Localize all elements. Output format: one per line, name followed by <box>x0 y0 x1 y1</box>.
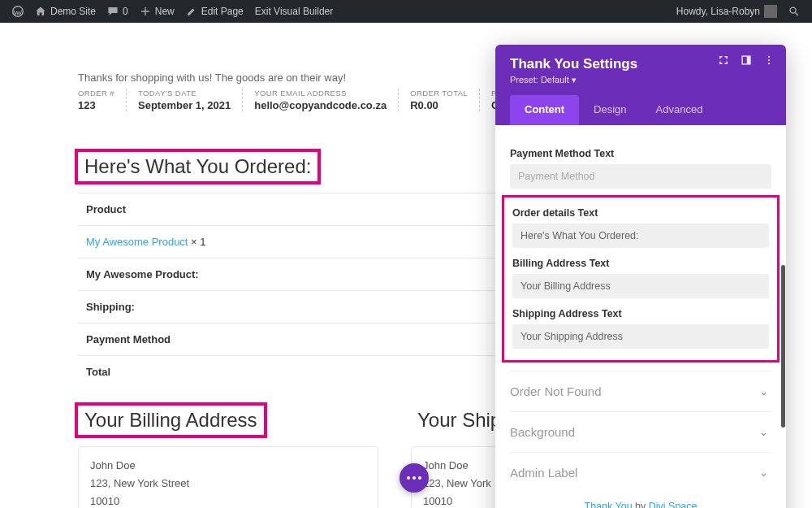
site-menu[interactable]: Demo Site <box>29 0 102 23</box>
addr-line: 123, New York Street <box>90 475 366 493</box>
svg-point-7 <box>768 63 770 64</box>
kebab-icon[interactable] <box>763 54 775 66</box>
product-link[interactable]: My Awesome Product <box>86 236 188 248</box>
meta-value: 123 <box>78 99 114 111</box>
order-details-title: Here's What You Ordered: <box>78 152 317 181</box>
avatar <box>764 5 777 18</box>
edit-page-label: Edit Page <box>201 6 244 17</box>
chevron-down-icon: ⌄ <box>755 385 771 397</box>
meta-value: hello@copyandcode.co.za <box>254 99 387 111</box>
expand-icon[interactable] <box>718 54 729 66</box>
builder-fab[interactable] <box>400 463 429 493</box>
exit-vb-link[interactable]: Exit Visual Builder <box>249 0 339 23</box>
product-qty: × 1 <box>188 236 205 248</box>
credit-author-link[interactable]: Divi Space <box>649 501 698 508</box>
site-name: Demo Site <box>50 6 96 17</box>
howdy-menu[interactable]: Howdy, Lisa-Robyn <box>671 0 783 23</box>
accordion-background[interactable]: Background⌄ <box>510 411 771 452</box>
panel-credit: Thank You by Divi Space <box>510 493 771 508</box>
snap-icon[interactable] <box>741 54 752 66</box>
field-label: Payment Method Text <box>510 148 771 159</box>
panel-preset[interactable]: Preset: Default ▾ <box>510 75 771 85</box>
highlighted-fields: Order details Text Billing Address Text … <box>502 195 780 363</box>
billing-title: Your Billing Address <box>78 406 264 435</box>
howdy-label: Howdy, Lisa-Robyn <box>676 6 760 17</box>
accordion-label: Background <box>510 425 575 439</box>
credit-by: by <box>633 501 649 508</box>
payment-method-text-input[interactable] <box>510 164 771 189</box>
comments-menu[interactable]: 0 <box>102 0 134 23</box>
comments-count: 0 <box>123 6 128 17</box>
wp-admin-bar: Demo Site 0 New Edit Page Exit Visual Bu… <box>0 0 812 23</box>
order-details-text-input[interactable] <box>512 224 769 248</box>
meta-label: YOUR EMAIL ADDRESS <box>254 89 387 98</box>
panel-tabs: Content Design Advanced <box>510 95 771 125</box>
credit-module-link[interactable]: Thank You <box>585 501 633 508</box>
svg-point-1 <box>790 7 796 13</box>
meta-value: R0.00 <box>410 99 468 111</box>
tab-content[interactable]: Content <box>510 95 579 125</box>
billing-address-box: John Doe 123, New York Street 10010 USA … <box>78 446 378 508</box>
exit-vb-label: Exit Visual Builder <box>255 6 334 17</box>
field-label: Order details Text <box>512 207 769 219</box>
meta-label: TODAY'S DATE <box>138 89 231 98</box>
addr-line: John Doe <box>90 457 366 475</box>
field-label: Shipping Address Text <box>512 308 769 319</box>
addr-line: 10010 <box>90 493 366 508</box>
accordion-label: Admin Label <box>510 466 577 480</box>
billing-address-text-input[interactable] <box>512 274 769 298</box>
svg-rect-4 <box>747 56 750 64</box>
tab-advanced[interactable]: Advanced <box>641 95 718 125</box>
svg-point-6 <box>768 59 770 61</box>
svg-point-5 <box>768 56 770 58</box>
settings-panel: Thank You Settings Preset: Default ▾ Con… <box>495 45 786 508</box>
panel-body: Payment Method Text Order details Text B… <box>495 125 786 508</box>
field-label: Billing Address Text <box>512 258 769 269</box>
edit-page-link[interactable]: Edit Page <box>180 0 249 23</box>
meta-value: September 1, 2021 <box>138 99 231 111</box>
meta-label: ORDER # <box>78 89 114 98</box>
panel-header[interactable]: Thank You Settings Preset: Default ▾ Con… <box>495 45 786 125</box>
accordion-admin-label[interactable]: Admin Label⌄ <box>510 452 771 493</box>
search-toggle[interactable] <box>783 0 806 23</box>
accordion-order-not-found[interactable]: Order Not Found⌄ <box>510 371 771 411</box>
chevron-down-icon: ⌄ <box>755 426 771 438</box>
shipping-address-text-input[interactable] <box>512 324 769 349</box>
scrollbar-thumb[interactable] <box>781 265 785 428</box>
new-menu[interactable]: New <box>134 0 180 23</box>
wp-logo[interactable] <box>6 0 29 23</box>
tab-design[interactable]: Design <box>579 95 641 125</box>
chevron-down-icon: ⌄ <box>755 467 771 479</box>
meta-label: ORDER TOTAL <box>410 89 468 98</box>
accordion-label: Order Not Found <box>510 384 602 398</box>
new-label: New <box>155 6 175 17</box>
